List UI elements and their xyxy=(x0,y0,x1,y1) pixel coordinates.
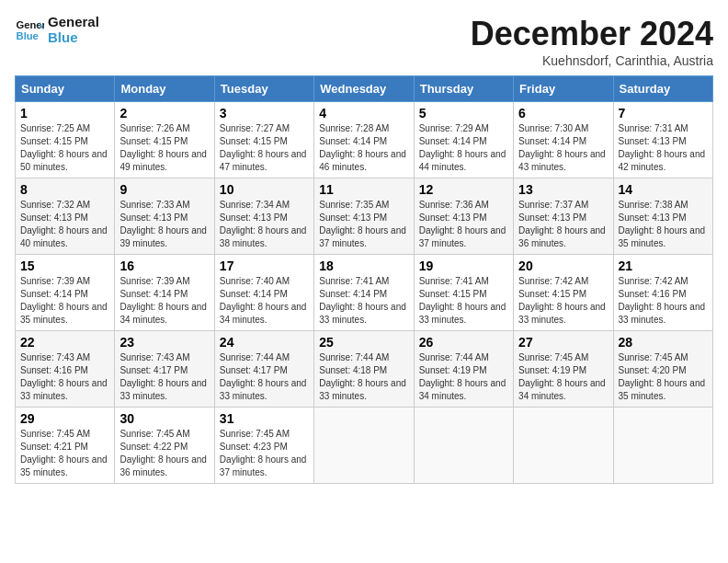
calendar-cell: 2Sunrise: 7:26 AMSunset: 4:15 PMDaylight… xyxy=(115,102,214,178)
day-number: 1 xyxy=(20,106,109,121)
calendar-cell: 29Sunrise: 7:45 AMSunset: 4:21 PMDayligh… xyxy=(16,408,115,484)
calendar-week-row: 8Sunrise: 7:32 AMSunset: 4:13 PMDaylight… xyxy=(16,178,713,255)
calendar-cell: 5Sunrise: 7:29 AMSunset: 4:14 PMDaylight… xyxy=(414,102,513,178)
month-title: December 2024 xyxy=(471,15,713,53)
calendar-cell: 23Sunrise: 7:43 AMSunset: 4:17 PMDayligh… xyxy=(115,331,214,408)
logo-line1: General xyxy=(48,15,99,30)
day-number: 23 xyxy=(119,335,209,350)
calendar-table: SundayMondayTuesdayWednesdayThursdayFrid… xyxy=(15,75,713,484)
day-number: 3 xyxy=(220,106,309,121)
calendar-week-row: 29Sunrise: 7:45 AMSunset: 4:21 PMDayligh… xyxy=(16,408,713,484)
calendar-cell: 1Sunrise: 7:25 AMSunset: 4:15 PMDaylight… xyxy=(16,102,115,178)
day-info: Sunrise: 7:45 AMSunset: 4:19 PMDaylight:… xyxy=(518,351,608,403)
calendar-cell: 22Sunrise: 7:43 AMSunset: 4:16 PMDayligh… xyxy=(16,331,115,408)
day-info: Sunrise: 7:34 AMSunset: 4:13 PMDaylight:… xyxy=(220,199,309,250)
title-block: December 2024 Kuehnsdorf, Carinthia, Aus… xyxy=(471,15,713,68)
day-info: Sunrise: 7:44 AMSunset: 4:18 PMDaylight:… xyxy=(319,351,408,403)
header-day-friday: Friday xyxy=(514,76,613,102)
day-number: 31 xyxy=(220,411,309,426)
day-info: Sunrise: 7:43 AMSunset: 4:16 PMDaylight:… xyxy=(20,351,109,403)
calendar-cell: 3Sunrise: 7:27 AMSunset: 4:15 PMDaylight… xyxy=(214,102,313,178)
day-number: 30 xyxy=(119,411,209,426)
day-number: 6 xyxy=(518,106,608,121)
day-number: 27 xyxy=(518,335,608,350)
day-number: 5 xyxy=(419,106,508,121)
calendar-cell: 9Sunrise: 7:33 AMSunset: 4:13 PMDaylight… xyxy=(115,178,214,255)
calendar-cell: 26Sunrise: 7:44 AMSunset: 4:19 PMDayligh… xyxy=(414,331,513,408)
day-number: 26 xyxy=(419,335,508,350)
logo-line2: Blue xyxy=(48,30,99,46)
calendar-cell: 27Sunrise: 7:45 AMSunset: 4:19 PMDayligh… xyxy=(514,331,613,408)
day-number: 2 xyxy=(119,106,209,121)
day-number: 25 xyxy=(319,335,408,350)
day-number: 8 xyxy=(20,182,109,197)
header-day-sunday: Sunday xyxy=(16,76,115,102)
day-info: Sunrise: 7:45 AMSunset: 4:22 PMDaylight:… xyxy=(119,428,209,479)
day-number: 13 xyxy=(518,182,608,197)
header-day-saturday: Saturday xyxy=(613,76,712,102)
day-info: Sunrise: 7:45 AMSunset: 4:20 PMDaylight:… xyxy=(619,351,708,403)
header-day-wednesday: Wednesday xyxy=(314,76,414,102)
day-info: Sunrise: 7:39 AMSunset: 4:14 PMDaylight:… xyxy=(119,275,209,327)
calendar-cell: 4Sunrise: 7:28 AMSunset: 4:14 PMDaylight… xyxy=(314,102,414,178)
day-info: Sunrise: 7:33 AMSunset: 4:13 PMDaylight:… xyxy=(119,199,209,250)
day-number: 12 xyxy=(419,182,508,197)
header-day-monday: Monday xyxy=(115,76,214,102)
calendar-cell: 21Sunrise: 7:42 AMSunset: 4:16 PMDayligh… xyxy=(613,255,712,331)
day-info: Sunrise: 7:43 AMSunset: 4:17 PMDaylight:… xyxy=(119,351,209,403)
calendar-cell: 13Sunrise: 7:37 AMSunset: 4:13 PMDayligh… xyxy=(514,178,613,255)
calendar-week-row: 22Sunrise: 7:43 AMSunset: 4:16 PMDayligh… xyxy=(16,331,713,408)
day-info: Sunrise: 7:28 AMSunset: 4:14 PMDaylight:… xyxy=(319,122,408,174)
calendar-week-row: 1Sunrise: 7:25 AMSunset: 4:15 PMDaylight… xyxy=(16,102,713,178)
day-number: 7 xyxy=(619,106,708,121)
day-info: Sunrise: 7:38 AMSunset: 4:13 PMDaylight:… xyxy=(619,199,708,250)
day-info: Sunrise: 7:40 AMSunset: 4:14 PMDaylight:… xyxy=(220,275,309,327)
calendar-cell: 10Sunrise: 7:34 AMSunset: 4:13 PMDayligh… xyxy=(214,178,313,255)
day-number: 11 xyxy=(319,182,408,197)
calendar-cell: 31Sunrise: 7:45 AMSunset: 4:23 PMDayligh… xyxy=(214,408,313,484)
day-number: 20 xyxy=(518,259,608,273)
day-info: Sunrise: 7:41 AMSunset: 4:15 PMDaylight:… xyxy=(419,275,508,327)
calendar-cell xyxy=(514,408,613,484)
calendar-cell: 15Sunrise: 7:39 AMSunset: 4:14 PMDayligh… xyxy=(16,255,115,331)
day-info: Sunrise: 7:44 AMSunset: 4:19 PMDaylight:… xyxy=(419,351,508,403)
calendar-cell: 14Sunrise: 7:38 AMSunset: 4:13 PMDayligh… xyxy=(613,178,712,255)
day-number: 28 xyxy=(619,335,708,350)
calendar-week-row: 15Sunrise: 7:39 AMSunset: 4:14 PMDayligh… xyxy=(16,255,713,331)
day-info: Sunrise: 7:25 AMSunset: 4:15 PMDaylight:… xyxy=(20,122,109,174)
day-info: Sunrise: 7:36 AMSunset: 4:13 PMDaylight:… xyxy=(419,199,508,250)
calendar-header-row: SundayMondayTuesdayWednesdayThursdayFrid… xyxy=(16,76,713,102)
calendar-cell: 16Sunrise: 7:39 AMSunset: 4:14 PMDayligh… xyxy=(115,255,214,331)
day-number: 16 xyxy=(119,259,209,273)
page-header: General Blue General Blue December 2024 … xyxy=(15,15,713,68)
calendar-cell xyxy=(613,408,712,484)
calendar-cell: 12Sunrise: 7:36 AMSunset: 4:13 PMDayligh… xyxy=(414,178,513,255)
day-info: Sunrise: 7:27 AMSunset: 4:15 PMDaylight:… xyxy=(220,122,309,174)
day-number: 18 xyxy=(319,259,408,273)
svg-text:Blue: Blue xyxy=(17,29,39,40)
calendar-cell: 17Sunrise: 7:40 AMSunset: 4:14 PMDayligh… xyxy=(214,255,313,331)
day-info: Sunrise: 7:30 AMSunset: 4:14 PMDaylight:… xyxy=(518,122,608,174)
calendar-cell: 28Sunrise: 7:45 AMSunset: 4:20 PMDayligh… xyxy=(613,331,712,408)
calendar-cell: 19Sunrise: 7:41 AMSunset: 4:15 PMDayligh… xyxy=(414,255,513,331)
location-subtitle: Kuehnsdorf, Carinthia, Austria xyxy=(471,53,713,68)
day-number: 9 xyxy=(119,182,209,197)
day-info: Sunrise: 7:29 AMSunset: 4:14 PMDaylight:… xyxy=(419,122,508,174)
calendar-cell: 24Sunrise: 7:44 AMSunset: 4:17 PMDayligh… xyxy=(214,331,313,408)
day-info: Sunrise: 7:35 AMSunset: 4:13 PMDaylight:… xyxy=(319,199,408,250)
calendar-cell: 20Sunrise: 7:42 AMSunset: 4:15 PMDayligh… xyxy=(514,255,613,331)
day-info: Sunrise: 7:41 AMSunset: 4:14 PMDaylight:… xyxy=(319,275,408,327)
day-number: 29 xyxy=(20,411,109,426)
day-info: Sunrise: 7:39 AMSunset: 4:14 PMDaylight:… xyxy=(20,275,109,327)
logo-icon: General Blue xyxy=(15,16,44,45)
day-number: 14 xyxy=(619,182,708,197)
day-info: Sunrise: 7:42 AMSunset: 4:15 PMDaylight:… xyxy=(518,275,608,327)
calendar-cell: 8Sunrise: 7:32 AMSunset: 4:13 PMDaylight… xyxy=(16,178,115,255)
day-number: 4 xyxy=(319,106,408,121)
day-info: Sunrise: 7:37 AMSunset: 4:13 PMDaylight:… xyxy=(518,199,608,250)
day-number: 24 xyxy=(220,335,309,350)
calendar-cell: 11Sunrise: 7:35 AMSunset: 4:13 PMDayligh… xyxy=(314,178,414,255)
day-number: 19 xyxy=(419,259,508,273)
day-info: Sunrise: 7:26 AMSunset: 4:15 PMDaylight:… xyxy=(119,122,209,174)
day-number: 21 xyxy=(619,259,708,273)
